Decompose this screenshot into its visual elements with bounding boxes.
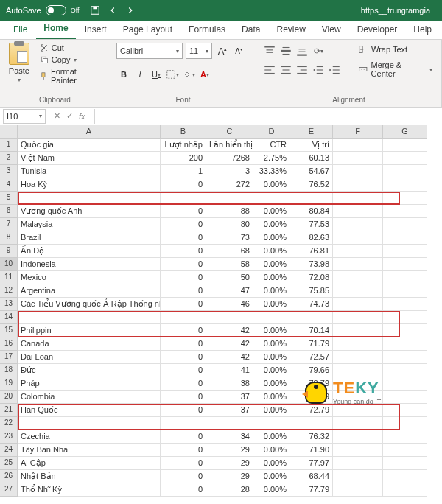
cell-D6[interactable]: 0.00% [253,205,290,218]
cell-F3[interactable] [333,165,383,178]
tab-developer[interactable]: Developer [350,21,405,39]
cell-A13[interactable]: Các Tiểu Vương quốc Ả Rập Thống nhất [18,298,161,311]
cell-B10[interactable]: 0 [161,258,206,271]
cell-E12[interactable]: 75.85 [290,284,333,298]
undo-icon[interactable] [108,5,118,15]
row-header-7[interactable]: 7 [0,218,18,231]
fx-button[interactable]: fx [79,112,85,121]
tab-insert[interactable]: Insert [77,21,114,39]
cell-D26[interactable]: 0.00% [253,470,290,483]
cell-E24[interactable]: 71.90 [290,444,333,457]
cell-F12[interactable] [333,284,383,298]
row-header-16[interactable]: 16 [0,337,18,351]
cell-B4[interactable]: 0 [161,178,206,192]
cell-D25[interactable]: 0.00% [253,457,290,470]
cell-F11[interactable] [333,271,383,284]
cell-F21[interactable] [333,404,383,417]
cell-F5[interactable] [333,192,383,205]
column-header-G[interactable]: G [383,125,427,139]
cell-B21[interactable]: 0 [161,404,206,417]
cell-D20[interactable]: 0.00% [253,391,290,404]
cell-A2[interactable]: Việt Nam [18,152,161,165]
increase-indent-button[interactable] [327,62,342,78]
cell-D5[interactable] [253,192,290,205]
cell-D3[interactable]: 33.33% [253,165,290,178]
cell-A16[interactable]: Canada [18,337,161,351]
cell-D13[interactable]: 0.00% [253,298,290,311]
cell-C23[interactable]: 34 [206,430,253,444]
cell-C11[interactable]: 50 [206,271,253,284]
cell-G13[interactable] [383,298,427,311]
cell-D1[interactable]: CTR [253,139,290,152]
font-color-button[interactable]: A▾ [197,66,212,83]
tab-file[interactable]: File [6,21,35,39]
row-header-11[interactable]: 11 [0,271,18,284]
cell-F25[interactable] [333,457,383,470]
cell-B9[interactable]: 0 [161,245,206,258]
align-top-button[interactable] [262,43,277,59]
cell-A9[interactable]: Ấn Độ [18,245,161,258]
cell-A10[interactable]: Indonesia [18,258,161,271]
cell-E21[interactable]: 72.79 [290,404,333,417]
cell-G11[interactable] [383,271,427,284]
cell-E3[interactable]: 54.67 [290,165,333,178]
cell-G18[interactable] [383,364,427,377]
cell-F10[interactable] [333,258,383,271]
cell-E25[interactable]: 77.97 [290,457,333,470]
cell-D11[interactable]: 0.00% [253,271,290,284]
column-header-B[interactable]: B [161,125,206,139]
cell-E22[interactable] [290,417,333,430]
column-header-A[interactable]: A [18,125,161,139]
cell-C5[interactable] [206,192,253,205]
cell-E17[interactable]: 72.57 [290,351,333,364]
row-header-24[interactable]: 24 [0,444,18,457]
tab-page-layout[interactable]: Page Layout [116,21,180,39]
cell-E1[interactable]: Vị trí [290,139,333,152]
cell-D2[interactable]: 2.75% [253,152,290,165]
tab-home[interactable]: Home [36,19,75,39]
row-header-23[interactable]: 23 [0,430,18,444]
cell-C27[interactable]: 28 [206,483,253,497]
cell-A12[interactable]: Argentina [18,284,161,298]
cell-B22[interactable] [161,417,206,430]
cell-F4[interactable] [333,178,383,192]
cell-G4[interactable] [383,178,427,192]
cell-A15[interactable]: Philippin [18,324,161,337]
copy-button[interactable]: Copy ▾ [37,55,104,65]
cell-C25[interactable]: 29 [206,457,253,470]
row-header-12[interactable]: 12 [0,284,18,298]
cell-B18[interactable]: 0 [161,364,206,377]
cell-C26[interactable]: 29 [206,470,253,483]
row-header-3[interactable]: 3 [0,165,18,178]
cell-G16[interactable] [383,337,427,351]
cell-D4[interactable]: 0.00% [253,178,290,192]
cell-C17[interactable]: 42 [206,351,253,364]
redo-icon[interactable] [125,5,136,15]
align-left-button[interactable] [262,62,277,78]
cell-E6[interactable]: 80.84 [290,205,333,218]
cell-B27[interactable]: 0 [161,483,206,497]
formula-input[interactable] [94,109,442,124]
row-header-17[interactable]: 17 [0,351,18,364]
cell-F9[interactable] [333,245,383,258]
row-header-26[interactable]: 26 [0,470,18,483]
cell-D14[interactable] [253,311,290,324]
borders-button[interactable]: ▾ [165,66,180,83]
cell-C22[interactable] [206,417,253,430]
cell-G9[interactable] [383,245,427,258]
wrap-text-button[interactable]: ab Wrap Text [355,43,435,56]
cell-B13[interactable]: 0 [161,298,206,311]
row-header-15[interactable]: 15 [0,324,18,337]
row-header-27[interactable]: 27 [0,483,18,497]
cell-A1[interactable]: Quốc gia [18,139,161,152]
cell-B26[interactable]: 0 [161,470,206,483]
cell-C14[interactable] [206,311,253,324]
cell-B6[interactable]: 0 [161,205,206,218]
cell-E27[interactable]: 77.79 [290,483,333,497]
cell-C1[interactable]: Lần hiển thị [206,139,253,152]
cell-G7[interactable] [383,218,427,231]
row-header-14[interactable]: 14 [0,311,18,324]
cell-E8[interactable]: 82.63 [290,231,333,245]
cell-C13[interactable]: 46 [206,298,253,311]
cell-F6[interactable] [333,205,383,218]
